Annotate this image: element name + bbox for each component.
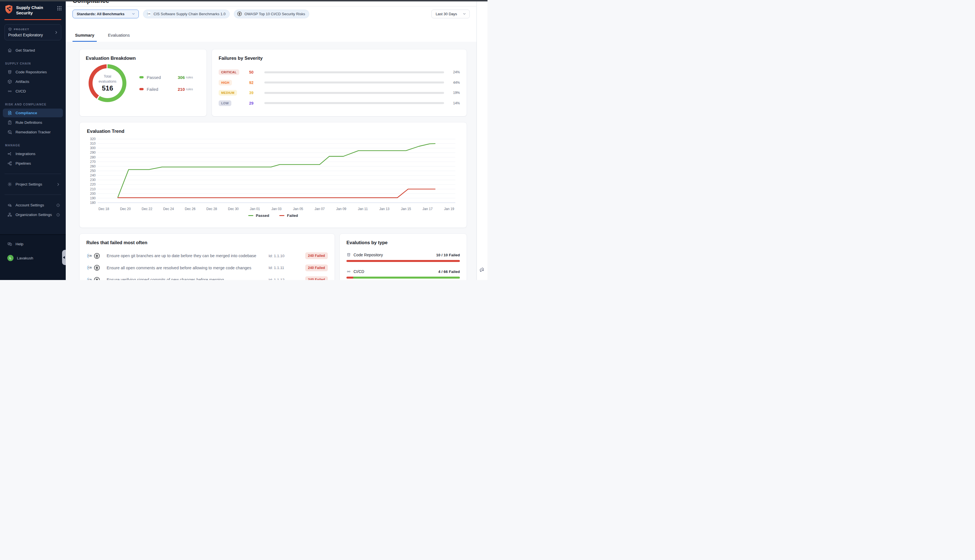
severity-count: 92 [247,80,263,85]
svg-text:Jan 01: Jan 01 [250,207,260,211]
sidebar-item-remediation-tracker[interactable]: Remediation Tracker [3,128,63,137]
svg-text:Jan 05: Jan 05 [293,207,303,211]
trend-legend: PassedFailed [87,213,459,218]
rule-text: Ensure open git branches are up to date … [107,253,269,258]
svg-text:260: 260 [90,164,96,168]
sidebar-item-pipelines[interactable]: Pipelines [3,159,63,168]
chevron-down-icon [132,12,135,15]
app-grid-icon[interactable] [57,6,62,11]
severity-percent: 44% [447,81,460,85]
benchmark-chip-0[interactable]: CISCIS Software Supply Chain Benchmarks … [143,10,230,18]
sidebar-item-ci-cd[interactable]: CI/CD [3,87,63,96]
owasp-logo-icon [93,265,100,271]
rule-failed-badge: 240 Failed [305,276,328,280]
legend-swatch [248,215,253,216]
sidebar-item-integrations[interactable]: Integrations [3,150,63,158]
time-range-dropdown[interactable]: Last 30 Days [431,10,470,18]
legend-row-failed: Failed210rules [139,87,193,92]
header-divider [66,6,476,7]
failures-by-severity-card: Failures by Severity CRITICAL5024%HIGH92… [212,49,467,117]
rule-row-2[interactable]: CISEnsure verifying signed commits of ne… [86,274,328,280]
rule-row-0[interactable]: CISEnsure open git branches are up to da… [86,250,328,262]
shield-branch-logo-icon [5,5,13,14]
sidebar-item-organization-settings[interactable]: Organization Settings [3,210,63,219]
tab-bar: Summary Evaluations [72,33,132,42]
svg-text:Dec 18: Dec 18 [99,207,109,211]
svg-text:180: 180 [90,201,96,205]
layers-icon [7,203,12,208]
svg-text:CIS: CIS [88,255,92,257]
user-name: Lavakush [17,256,33,260]
legend-swatch [139,76,144,78]
severity-count: 50 [247,70,263,75]
tab-summary[interactable]: Summary [72,33,97,42]
sidebar-item-account-settings[interactable]: Account Settings [3,201,63,210]
cube-icon [7,79,12,84]
svg-text:210: 210 [90,187,96,191]
sidebar-item-artifacts[interactable]: Artifacts [3,77,63,86]
integrations-icon [7,152,12,156]
sidebar-item-rule-definitions[interactable]: Rule Definitions [3,118,63,127]
project-selector[interactable]: PROJECT Product Exploratory [5,24,61,40]
standards-filter-label: Standards: All Benchmarks [77,12,124,16]
help-chat-icon [7,242,12,247]
rule-id: Id: 1.1.11 [269,266,298,270]
nav-section-label: MANAGE [5,143,61,147]
window-top-strip [0,0,488,2]
brand-accent-rule [5,19,61,20]
svg-text:220: 220 [90,182,96,187]
svg-text:Jan 19: Jan 19 [444,207,454,211]
chevron-right-icon [56,182,60,187]
sidebar-item-get-started[interactable]: Get Started [3,46,63,55]
project-label: PROJECT [14,28,29,31]
svg-text:240: 240 [90,173,96,177]
sidebar-item-help[interactable]: Help [3,240,63,248]
severity-bar [264,92,444,94]
rule-failed-badge: 240 Failed [305,265,328,271]
sidebar: Supply Chain Security PROJECT Product Ex… [0,0,66,280]
sidebar-item-code-repositories[interactable]: Code Repositories [3,68,63,77]
severity-percent: 14% [447,101,460,105]
svg-text:190: 190 [90,196,96,200]
card-title: Evaluation Breakdown [86,55,200,61]
home-icon [7,48,12,53]
page-header: Compliance Standards: All Benchmarks CIS… [66,0,488,42]
chat-bubbles-icon[interactable] [479,267,485,273]
evaluation-trend-card: Evaluation Trend 18019020021022023024025… [79,122,467,228]
standards-filter-dropdown[interactable]: Standards: All Benchmarks [72,10,139,18]
doc-search-icon [7,110,12,115]
svg-text:250: 250 [90,169,96,173]
info-icon[interactable] [56,213,60,217]
info-icon[interactable] [56,203,60,207]
donut-legend: Passed306rulesFailed210rules [139,75,193,92]
svg-text:Jan 17: Jan 17 [422,207,433,211]
type-row-code-repository: Code Repository10 / 10 Failed [346,253,460,262]
benchmark-chip-1[interactable]: OWASP Top 10 CI/CD Security Risks [234,10,309,18]
rule-row-1[interactable]: CISEnsure all open comments are resolved… [86,262,328,274]
benchmark-chips: CISCIS Software Supply Chain Benchmarks … [143,10,309,18]
scrollbar-gutter[interactable] [476,0,488,280]
svg-text:200: 200 [90,192,96,196]
svg-text:270: 270 [90,160,96,164]
brand-title: Supply Chain Security [16,5,43,15]
severity-row-critical: CRITICAL5024% [219,69,460,75]
owasp-logo-icon [93,253,100,259]
rule-text: Ensure verifying signed commits of new c… [107,277,269,280]
nav-section-label: SUPPLY CHAIN [5,62,61,65]
severity-row-low: LOW2914% [219,100,460,106]
brand: Supply Chain Security [0,0,66,15]
cis-logo-icon: CIS [86,265,93,271]
svg-text:Jan 07: Jan 07 [315,207,325,211]
sidebar-item-project-settings[interactable]: Project Settings [3,180,63,188]
evaluation-trend-chart: 1801902002102202302402502602702802903003… [87,136,459,213]
donut-center-label: Total [99,74,116,79]
svg-text:Jan 15: Jan 15 [401,207,411,211]
tab-evaluations[interactable]: Evaluations [105,33,132,42]
svg-text:300: 300 [90,146,96,150]
type-bar [346,260,460,262]
sidebar-item-compliance[interactable]: Compliance [3,108,63,117]
sidebar-collapse-handle[interactable] [62,250,66,265]
severity-badge: MEDIUM [219,90,237,96]
svg-text:Jan 03: Jan 03 [271,207,282,211]
user-menu[interactable]: L Lavakush [3,253,63,263]
